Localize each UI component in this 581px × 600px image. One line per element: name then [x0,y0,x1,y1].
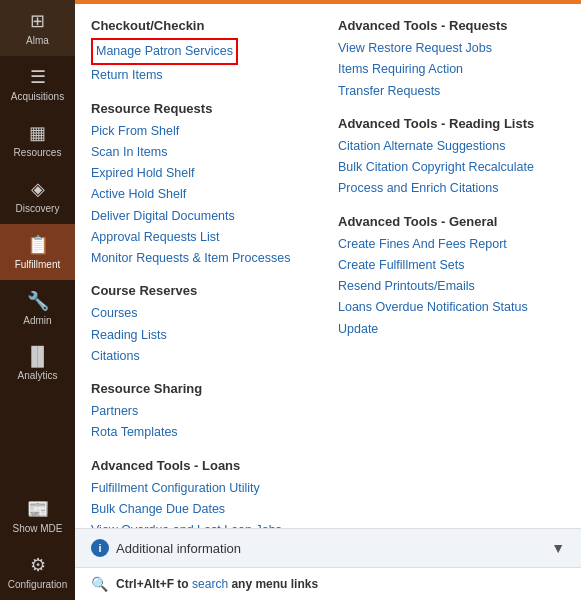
process-enrich-citations-link[interactable]: Process and Enrich Citations [338,178,565,199]
resource-sharing-section: Resource Sharing Partners Rota Templates [91,381,318,444]
sidebar-item-configuration[interactable]: ⚙ Configuration [0,544,75,600]
main-content: Checkout/Checkin Manage Patron Services … [75,0,581,600]
scan-in-items-link[interactable]: Scan In Items [91,142,318,163]
items-requiring-action-link[interactable]: Items Requiring Action [338,59,565,80]
resource-requests-title: Resource Requests [91,101,318,116]
view-overdue-lost-link[interactable]: View Overdue and Lost Loan Jobs [91,520,318,528]
additional-info-label: Additional information [116,541,241,556]
advanced-tools-requests-title: Advanced Tools - Requests [338,18,565,33]
citations-link[interactable]: Citations [91,346,318,367]
checkout-checkin-title: Checkout/Checkin [91,18,318,33]
advanced-tools-general-title: Advanced Tools - General [338,214,565,229]
sidebar: ⊞ Alma ☰ Acquisitions ▦ Resources ◈ Disc… [0,0,75,600]
transfer-requests-link[interactable]: Transfer Requests [338,81,565,102]
sidebar-item-fulfillment[interactable]: 📋 Fulfillment [0,224,75,280]
pick-from-shelf-link[interactable]: Pick From Shelf [91,121,318,142]
citation-alternate-suggestions-link[interactable]: Citation Alternate Suggestions [338,136,565,157]
fulfillment-icon: 📋 [27,234,49,256]
rota-templates-link[interactable]: Rota Templates [91,422,318,443]
course-reserves-section: Course Reserves Courses Reading Lists Ci… [91,283,318,367]
alma-icon: ⊞ [30,10,45,32]
bulk-change-due-dates-link[interactable]: Bulk Change Due Dates [91,499,318,520]
left-column: Checkout/Checkin Manage Patron Services … [91,18,318,528]
checkout-checkin-section: Checkout/Checkin Manage Patron Services … [91,18,318,87]
partners-link[interactable]: Partners [91,401,318,422]
search-hint: Ctrl+Alt+F to search any menu links [116,577,318,591]
sidebar-item-analytics[interactable]: ▐▌ Analytics [0,336,75,391]
create-fulfillment-sets-link[interactable]: Create Fulfillment Sets [338,255,565,276]
search-link[interactable]: search [192,577,228,591]
search-bar: 🔍 Ctrl+Alt+F to search any menu links [75,567,581,600]
analytics-icon: ▐▌ [25,346,51,367]
sidebar-item-acquisitions[interactable]: ☰ Acquisitions [0,56,75,112]
active-hold-shelf-link[interactable]: Active Hold Shelf [91,184,318,205]
advanced-tools-loans-section: Advanced Tools - Loans Fulfillment Confi… [91,458,318,529]
fulfillment-config-utility-link[interactable]: Fulfillment Configuration Utility [91,478,318,499]
course-reserves-title: Course Reserves [91,283,318,298]
return-items-link[interactable]: Return Items [91,65,318,86]
loans-overdue-notification-link[interactable]: Loans Overdue Notification Status Update [338,297,565,340]
search-shortcut: Ctrl+Alt+F [116,577,174,591]
right-column: Advanced Tools - Requests View Restore R… [338,18,565,528]
advanced-tools-loans-title: Advanced Tools - Loans [91,458,318,473]
show-mde-icon: 📰 [27,498,49,520]
resource-sharing-title: Resource Sharing [91,381,318,396]
resources-icon: ▦ [29,122,46,144]
sidebar-item-resources[interactable]: ▦ Resources [0,112,75,168]
search-icon: 🔍 [91,576,108,592]
advanced-tools-reading-lists-section: Advanced Tools - Reading Lists Citation … [338,116,565,200]
resend-printouts-emails-link[interactable]: Resend Printouts/Emails [338,276,565,297]
admin-icon: 🔧 [27,290,49,312]
advanced-tools-requests-section: Advanced Tools - Requests View Restore R… [338,18,565,102]
sidebar-item-discovery[interactable]: ◈ Discovery [0,168,75,224]
manage-patron-services-link[interactable]: Manage Patron Services [91,38,238,65]
menu-area: Checkout/Checkin Manage Patron Services … [75,4,581,528]
info-icon: i [91,539,109,557]
expired-hold-shelf-link[interactable]: Expired Hold Shelf [91,163,318,184]
sidebar-item-admin[interactable]: 🔧 Admin [0,280,75,336]
sidebar-item-alma[interactable]: ⊞ Alma [0,0,75,56]
approval-requests-list-link[interactable]: Approval Requests List [91,227,318,248]
create-fines-fees-link[interactable]: Create Fines And Fees Report [338,234,565,255]
courses-link[interactable]: Courses [91,303,318,324]
deliver-digital-documents-link[interactable]: Deliver Digital Documents [91,206,318,227]
configuration-icon: ⚙ [30,554,46,576]
reading-lists-link[interactable]: Reading Lists [91,325,318,346]
monitor-requests-link[interactable]: Monitor Requests & Item Processes [91,248,318,269]
advanced-tools-general-section: Advanced Tools - General Create Fines An… [338,214,565,340]
additional-info-left: i Additional information [91,539,241,557]
discovery-icon: ◈ [31,178,45,200]
search-suffix: any menu links [231,577,318,591]
additional-info-bar[interactable]: i Additional information ▼ [75,528,581,567]
search-hint-to: to [177,577,192,591]
sidebar-item-show-mde[interactable]: 📰 Show MDE [0,488,75,544]
resource-requests-section: Resource Requests Pick From Shelf Scan I… [91,101,318,270]
advanced-tools-reading-lists-title: Advanced Tools - Reading Lists [338,116,565,131]
view-restore-request-jobs-link[interactable]: View Restore Request Jobs [338,38,565,59]
bulk-citation-copyright-link[interactable]: Bulk Citation Copyright Recalculate [338,157,565,178]
chevron-down-icon: ▼ [551,540,565,556]
acquisitions-icon: ☰ [30,66,46,88]
